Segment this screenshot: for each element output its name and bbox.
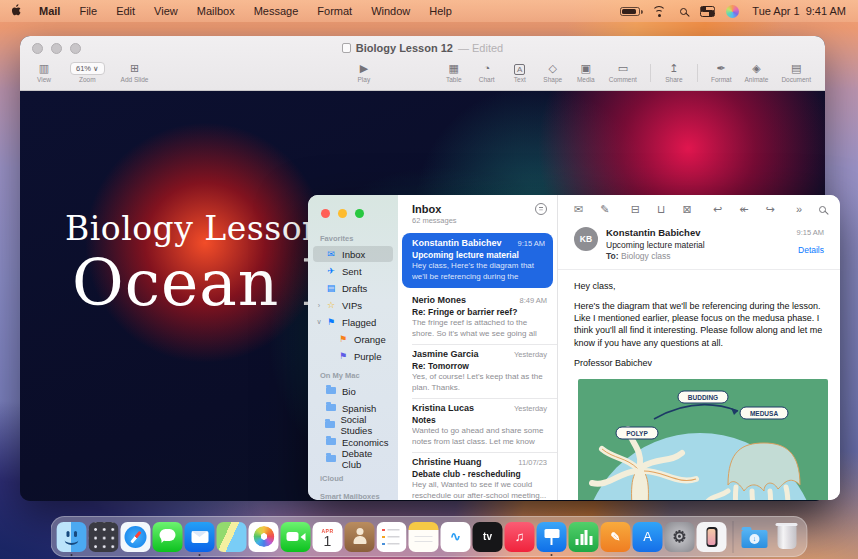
keynote-zoom-button[interactable]: 61% ∨Zoom	[70, 62, 105, 83]
dock-maps-icon[interactable]	[217, 522, 247, 552]
menu-item-window[interactable]: Window	[371, 5, 410, 17]
keynote-comment-button[interactable]: ▭Comment	[609, 62, 637, 83]
keynote-share-button[interactable]: ↥Share	[664, 62, 684, 83]
disclosure-chevron[interactable]: ∨	[316, 318, 322, 326]
battery-icon[interactable]	[620, 7, 640, 16]
zoom-button[interactable]	[70, 43, 81, 54]
message-row-nerio-mones[interactable]: Nerio Mones8:49 AMRe: Fringe or barrier …	[398, 290, 557, 344]
sidebar-item-purple[interactable]: ⚑Purple	[313, 348, 393, 364]
sidebar-item-flagged[interactable]: ∨⚑Flagged	[313, 314, 393, 330]
forward-icon[interactable]: ↪	[765, 203, 774, 215]
toolbar-label: Format	[711, 76, 732, 83]
menu-item-view[interactable]: View	[154, 5, 178, 17]
sidebar-item-label: Debate Club	[342, 448, 393, 470]
keynote-animate-button[interactable]: ◈Animate	[745, 62, 769, 83]
trash-icon[interactable]: ⊔	[657, 203, 666, 215]
sidebar-item-inbox[interactable]: ✉Inbox	[313, 246, 393, 262]
sidebar-item-social-studies[interactable]: Social Studies	[313, 417, 393, 433]
close-button[interactable]	[32, 43, 43, 54]
dock-numbers-icon[interactable]	[569, 522, 599, 552]
paper-plane-icon: ✈	[325, 266, 337, 276]
comment-icon: ▭	[618, 62, 628, 75]
dock-keynote-icon[interactable]	[537, 522, 567, 552]
dock-safari-icon[interactable]	[121, 522, 151, 552]
dock-appletv-icon[interactable]: tv	[473, 522, 503, 552]
sidebar-item-bio[interactable]: Bio	[313, 383, 393, 399]
keynote-table-button[interactable]: ▦Table	[444, 62, 464, 83]
settings-glyph: ⚙	[672, 527, 686, 546]
message-row-kristina-lucas[interactable]: Kristina LucasYesterdayNotesWanted to go…	[398, 398, 557, 452]
keynote-format-button[interactable]: ✒Format	[711, 62, 732, 83]
compose-icon[interactable]: ✎	[600, 203, 609, 215]
dock-freeform-icon[interactable]: ∿	[441, 522, 471, 552]
sidebar-item-debate-club[interactable]: Debate Club	[313, 451, 393, 467]
keynote-shape-button[interactable]: ◇Shape	[543, 62, 563, 83]
keynote-document-button[interactable]: ▤Document	[781, 62, 811, 83]
wifi-icon[interactable]	[653, 6, 667, 17]
search-icon[interactable]	[819, 203, 826, 215]
dock-downloads-icon[interactable]	[740, 522, 770, 552]
keynote-chart-button[interactable]: ◔Chart	[477, 62, 497, 83]
dock-appstore-icon[interactable]: A	[633, 522, 663, 552]
dock-notes-icon[interactable]	[409, 522, 439, 552]
control-center-icon[interactable]	[700, 6, 713, 17]
message-row-konstantin-babichev[interactable]: Konstantin Babichev9:15 AMUpcoming lectu…	[402, 233, 553, 288]
menu-item-format[interactable]: Format	[317, 5, 352, 17]
menu-item-mailbox[interactable]: Mailbox	[197, 5, 235, 17]
apple-menu-icon[interactable]	[12, 5, 25, 18]
details-link[interactable]: Details	[796, 245, 824, 255]
sidebar-item-sent[interactable]: ✈Sent	[313, 263, 393, 279]
search-icon[interactable]	[680, 8, 687, 15]
sidebar-section-smart-mailboxes: Smart Mailboxes	[308, 486, 398, 500]
minimize-button[interactable]	[338, 209, 347, 218]
sidebar-item-orange[interactable]: ⚑Orange	[313, 331, 393, 347]
menu-bar: MailFileEditViewMailboxMessageFormatWind…	[0, 0, 858, 22]
more-icon[interactable]: »	[796, 203, 802, 215]
menu-item-mail[interactable]: Mail	[39, 5, 60, 17]
minimize-button[interactable]	[51, 43, 62, 54]
dock-music-icon[interactable]: ♫	[505, 522, 535, 552]
dock-contacts-icon[interactable]	[345, 522, 375, 552]
appletv-icon-tile: tv	[473, 522, 503, 552]
dock-reminders-icon[interactable]	[377, 522, 407, 552]
keynote-view-button[interactable]: ▥View	[34, 62, 54, 83]
dock-photos-icon[interactable]	[249, 522, 279, 552]
menu-bar-clock[interactable]: Tue Apr 1 9:41 AM	[752, 5, 846, 17]
menu-item-file[interactable]: File	[79, 5, 97, 17]
message-row-jasmine-garcia[interactable]: Jasmine GarciaYesterdayRe: TomorrowYes, …	[398, 344, 557, 398]
dock-settings-icon[interactable]: ⚙	[665, 522, 695, 552]
archive-icon[interactable]: ⊟	[631, 203, 640, 215]
sidebar-item-drafts[interactable]: ▤Drafts	[313, 280, 393, 296]
reply-all-icon[interactable]: ↞	[739, 203, 748, 215]
get-mail-icon[interactable]: ✉	[574, 203, 583, 215]
dock-launchpad-icon[interactable]	[89, 522, 119, 552]
dock-iphone-mirroring-icon[interactable]	[697, 522, 727, 552]
disclosure-chevron[interactable]: ›	[316, 302, 322, 309]
dock-pages-icon[interactable]: ✎	[601, 522, 631, 552]
mail-window-controls[interactable]	[308, 205, 398, 228]
filter-icon[interactable]	[535, 203, 547, 215]
dock-facetime-icon[interactable]	[281, 522, 311, 552]
menu-item-edit[interactable]: Edit	[116, 5, 135, 17]
message-row-christine-huang[interactable]: Christine Huang11/07/23Debate club - res…	[398, 452, 557, 500]
keynote-text-button[interactable]: AText	[510, 62, 530, 83]
dock-trash-icon[interactable]	[772, 522, 802, 552]
zoom-button[interactable]	[355, 209, 364, 218]
keynote-titlebar[interactable]: Biology Lesson 12 — Edited	[20, 36, 825, 60]
dock-mail-icon[interactable]	[185, 522, 215, 552]
menu-item-help[interactable]: Help	[429, 5, 452, 17]
siri-icon[interactable]	[726, 5, 739, 18]
junk-icon[interactable]: ⊠	[683, 203, 692, 215]
sidebar-item-vips[interactable]: ›☆VIPs	[313, 297, 393, 313]
dock-calendar-icon[interactable]: APR1	[313, 522, 343, 552]
menu-item-message[interactable]: Message	[254, 5, 299, 17]
keynote-media-button[interactable]: ▣Media	[576, 62, 596, 83]
dock-messages-icon[interactable]	[153, 522, 183, 552]
keynote-add-slide-button[interactable]: ⊞Add Slide	[121, 62, 149, 83]
keynote-window-controls[interactable]	[32, 43, 81, 54]
reply-icon[interactable]: ↩	[713, 203, 722, 215]
dock-finder-icon[interactable]	[57, 522, 87, 552]
keynote-play-button[interactable]: ▶Play	[354, 62, 374, 83]
close-button[interactable]	[321, 209, 330, 218]
zoom-level-dropdown[interactable]: 61% ∨	[70, 62, 105, 75]
